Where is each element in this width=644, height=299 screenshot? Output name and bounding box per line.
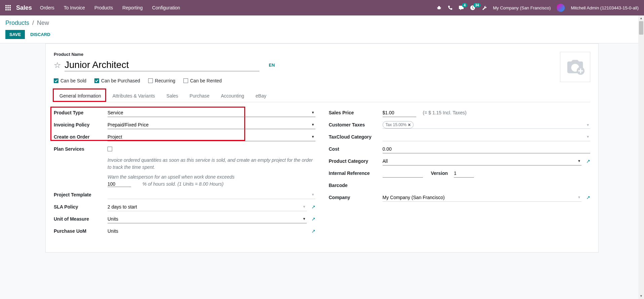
sales-price-label: Sales Price <box>329 110 383 115</box>
product-category-label: Product Category <box>329 158 383 164</box>
breadcrumb: Products / New <box>5 20 639 27</box>
nav-menu: Orders To Invoice Products Reporting Con… <box>40 5 436 10</box>
scrollbar[interactable]: ▲ ▼ <box>638 15 644 253</box>
product-name-input[interactable] <box>65 59 259 71</box>
unit-of-measure-label: Unit of Measure <box>54 216 108 222</box>
chevron-down-icon: ▼ <box>586 123 590 127</box>
form-sheet: Product Name ☆ EN Can be Sold Can be Pur… <box>45 43 599 253</box>
product-type-label: Product Type <box>54 110 108 115</box>
sla-policy-label: SLA Policy <box>54 204 108 210</box>
scrollbar-thumb[interactable] <box>639 21 643 35</box>
apps-icon[interactable] <box>5 5 11 10</box>
upsell-help-text: Warn the salesperson for an upsell when … <box>108 174 315 188</box>
activity-badge: 34 <box>473 3 480 7</box>
invoicing-help-text: Invoice ordered quantities as soon as th… <box>108 157 315 171</box>
tax-chip: Tax 15.00%× <box>383 121 414 128</box>
scroll-up-icon[interactable]: ▲ <box>638 15 644 21</box>
version-label: Version <box>431 171 448 176</box>
menu-orders[interactable]: Orders <box>40 5 54 10</box>
breadcrumb-sep: / <box>32 20 34 26</box>
activity-icon[interactable]: 34 <box>470 5 475 10</box>
external-link-icon[interactable]: ↗ <box>311 228 315 234</box>
can-be-purchased-checkbox[interactable] <box>94 78 99 83</box>
breadcrumb-root[interactable]: Products <box>5 20 29 26</box>
create-on-order-select[interactable] <box>108 133 315 141</box>
upsell-percent-input[interactable] <box>108 181 131 187</box>
external-link-icon[interactable]: ↗ <box>311 216 315 222</box>
can-be-sold-checkbox[interactable] <box>54 78 58 83</box>
product-type-select[interactable] <box>108 109 315 117</box>
plan-services-label: Plan Services <box>54 146 108 152</box>
barcode-label: Barcode <box>329 183 383 188</box>
tab-accounting[interactable]: Accounting <box>215 89 250 102</box>
purchase-uom-select[interactable] <box>108 227 307 235</box>
menu-reporting[interactable]: Reporting <box>122 5 143 10</box>
messages-badge: 4 <box>462 3 467 7</box>
product-name-label: Product Name <box>54 52 560 57</box>
phone-icon[interactable] <box>448 5 453 10</box>
favorite-star-icon[interactable]: ☆ <box>54 61 61 70</box>
breadcrumb-current: New <box>37 20 49 26</box>
avatar[interactable] <box>557 4 565 12</box>
discard-button[interactable]: DISCARD <box>26 30 54 39</box>
internal-reference-input[interactable] <box>383 169 423 178</box>
remove-tax-icon[interactable]: × <box>408 122 411 127</box>
can-be-rented-label: Can be Rented <box>190 78 222 83</box>
messages-icon[interactable]: 4 <box>459 5 464 10</box>
language-badge[interactable]: EN <box>269 63 275 68</box>
invoicing-policy-label: Invoicing Policy <box>54 122 108 127</box>
project-template-select[interactable] <box>108 191 315 199</box>
tab-general-information[interactable]: General Information <box>54 89 107 102</box>
unit-of-measure-select[interactable] <box>108 215 307 223</box>
taxcloud-category-label: TaxCloud Category <box>329 134 383 140</box>
internal-reference-label: Internal Reference <box>329 171 383 176</box>
tabs: General Information Attributes & Variant… <box>54 89 590 102</box>
purchase-uom-label: Purchase UoM <box>54 228 108 234</box>
user-name[interactable]: Mitchell Admin (12103443-15-0-all) <box>571 5 639 10</box>
recurring-label: Recurring <box>155 78 175 83</box>
brand-title[interactable]: Sales <box>16 4 32 11</box>
cost-input[interactable] <box>383 145 591 153</box>
tab-ebay[interactable]: eBay <box>250 89 272 102</box>
can-be-purchased-label: Can be Purchased <box>101 78 140 83</box>
save-button[interactable]: SAVE <box>5 30 25 39</box>
plan-services-checkbox[interactable] <box>108 147 112 151</box>
company-select[interactable] <box>383 193 582 202</box>
invoicing-policy-select[interactable] <box>108 121 315 129</box>
tab-sales[interactable]: Sales <box>161 89 184 102</box>
price-incl-tax-note: (= $ 1.15 Incl. Taxes) <box>423 110 467 115</box>
topbar-right: 4 34 My Company (San Francisco) Mitchell… <box>436 4 639 12</box>
left-column: Product Type ▼ Invoicing Policy ▼ Create… <box>54 108 315 239</box>
recurring-checkbox[interactable] <box>148 78 153 83</box>
tab-purchase[interactable]: Purchase <box>184 89 215 102</box>
right-column: Sales Price (= $ 1.15 Incl. Taxes) Custo… <box>329 108 591 239</box>
menu-to-invoice[interactable]: To Invoice <box>64 5 85 10</box>
bug-icon[interactable] <box>436 5 442 10</box>
sales-price-input[interactable] <box>383 109 416 117</box>
external-link-icon[interactable]: ↗ <box>586 195 590 200</box>
tools-icon[interactable] <box>481 5 487 10</box>
create-on-order-label: Create on Order <box>54 134 108 140</box>
can-be-rented-checkbox[interactable] <box>183 78 188 83</box>
project-template-label: Project Template <box>54 192 108 197</box>
external-link-icon[interactable]: ↗ <box>586 158 590 164</box>
menu-configuration[interactable]: Configuration <box>152 5 180 10</box>
tab-attributes-variants[interactable]: Attributes & Variants <box>107 89 161 102</box>
product-category-select[interactable] <box>383 157 582 165</box>
topbar: Sales Orders To Invoice Products Reporti… <box>0 0 644 15</box>
action-bar: Products / New SAVE DISCARD <box>0 15 644 43</box>
company-label: Company <box>329 195 383 200</box>
product-image-upload[interactable] <box>560 52 590 82</box>
company-selector[interactable]: My Company (San Francisco) <box>493 5 551 10</box>
customer-taxes-label: Customer Taxes <box>329 122 383 127</box>
sla-policy-select[interactable] <box>108 203 307 211</box>
cost-label: Cost <box>329 146 383 152</box>
menu-products[interactable]: Products <box>94 5 113 10</box>
version-input[interactable] <box>454 169 474 178</box>
taxcloud-category-select[interactable] <box>383 133 591 141</box>
external-link-icon[interactable]: ↗ <box>311 204 315 210</box>
can-be-sold-label: Can be Sold <box>60 78 86 83</box>
